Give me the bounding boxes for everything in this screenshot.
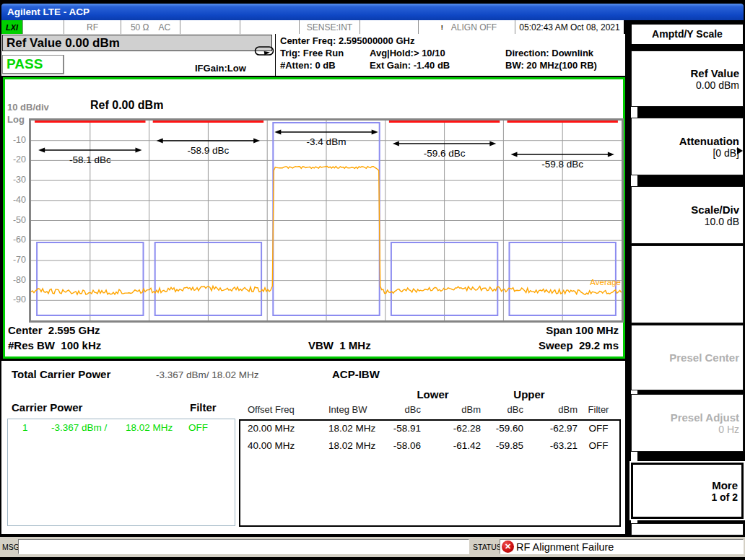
y-axis-tick: -10 [5,135,26,145]
message-field [18,539,469,554]
upper-group-header: Upper [481,388,578,401]
col-integ-bw: Integ BW [321,404,385,419]
y-axis-tick: -80 [5,275,26,285]
clock-display: 05:02:43 AM Oct 08, 2021 [515,20,624,34]
y-axis-tick: -90 [5,294,26,305]
lower-group-header: Lower [385,388,481,401]
softkey-menu: Amptd/Y Scale Ref Value 0.00 dBm Attenua… [625,20,745,537]
offset-table-area: Lower Upper Offset Freq Integ BW dBc dBm… [239,388,621,527]
col-offset-freq: Offset Freq [240,404,321,419]
results-panel: Total Carrier Power -3.367 dBm/ 18.02 MH… [1,361,625,534]
log-scale-label: Log [7,114,25,125]
align-indicator: ALIGN OFF [451,22,497,32]
status-cell-empty [360,20,419,34]
y-axis-tick: -40 [5,195,26,205]
carrier-power-value: -3.4 dBm [307,136,347,147]
acp-ibw-label: ACP-IBW [332,368,380,380]
status-message: RF Alignment Failure [516,541,614,553]
y-axis-tick: -20 [5,154,26,165]
center-freq-readout: Center Freq: 2.595000000 GHz [280,35,414,46]
submenu-arrow-icon [737,147,743,154]
offset-row-20mhz: 20.00 MHz 18.02 MHz -58.91 -62.28 -59.60… [240,421,619,438]
scale-per-div-label: 10 dB/div [7,102,49,113]
res-bw-annotation: #Res BW 100 kHz [8,339,101,351]
acp-upper1-value: -59.6 dBc [424,148,466,159]
center-freq-annotation: Center 2.595 GHz [8,324,100,336]
softkey-scale-div[interactable]: Scale/Div 10.0 dB [631,186,744,244]
spectrum-display: 10 dB/div Ref 0.00 dBm Log Average -58.1… [3,77,625,359]
analyzer-screen: Agilent LTE - ACP LXI RF 50 Ω AC SENSE:I… [0,0,745,560]
acp-upper2-value: -59.8 dBc [541,159,583,170]
avg-hold-readout: Avg|Hold:> 10/10 [370,48,445,58]
graticule: Average [29,118,624,323]
error-x-icon: ✕ [502,541,514,553]
carrier-power-table-title: Carrier Power [12,401,82,414]
softkey-blank [631,523,744,535]
trace-plot [31,121,622,320]
carrier-bw: 18.02 MHz [126,422,173,433]
status-field: ✕ RF Alignment Failure [500,539,744,554]
status-cell-empty [180,20,240,34]
col-lower-dbc: dBc [385,404,421,419]
total-carrier-power-value: -3.367 dBm/ 18.02 MHz [156,369,259,380]
softkey-attenuation[interactable]: Attenuation [0 dB] [631,118,744,175]
softkey-more[interactable]: More 1 of 2 [631,463,744,519]
pass-fail-badge: PASS [2,55,64,74]
carrier-power-table: 1 -3.367 dBm / 18.02 MHz OFF [7,419,235,526]
offset-results-table: 20.00 MHz 18.02 MHz -58.91 -62.28 -59.60… [239,419,621,527]
carrier-index: 1 [22,422,28,433]
offset-row-40mhz: 40.00 MHz 18.02 MHz -58.06 -61.42 -59.85… [240,438,619,455]
acp-lower2-value: -58.1 dBc [69,154,111,165]
sense-indicator: SENSE:INT [300,20,360,34]
align-off-cell: ! ALIGN OFF [419,20,515,34]
softkey-presel-adjust: Presel Adjust 0 Hz [631,394,744,452]
trace-name-label: Average [590,278,621,286]
bw-readout: BW: 20 MHz(100 RB) [505,60,597,71]
col-filter: Filter [578,404,619,419]
instrument-status-strip: LXI RF 50 Ω AC SENSE:INT ! ALIGN OFF 05:… [1,20,624,34]
carrier-filter-header: Filter [190,401,217,414]
lxi-indicator: LXI [1,20,23,34]
status-bar: MSG STATUS ✕ RF Alignment Failure [0,537,745,557]
impedance-indicator: 50 Ω [131,22,149,32]
total-carrier-power-label: Total Carrier Power [12,368,110,380]
trigger-readout: Trig: Free Run [280,48,344,58]
softkey-ref-value[interactable]: Ref Value 0.00 dBm [631,51,744,107]
col-upper-dbc: dBc [481,404,523,419]
y-axis-tick: -30 [5,175,26,185]
header-divider [275,34,276,76]
msg-label: MSG [2,543,19,551]
y-axis-tick: -70 [5,255,26,265]
acp-lower1-value: -58.9 dBc [187,145,229,156]
ref-level-label: Ref 0.00 dBm [90,99,163,112]
offset-group-headers: Lower Upper [239,388,621,404]
status-cell-empty [23,20,64,34]
softkey-presel-center: Presel Center [631,325,744,390]
atten-readout: #Atten: 0 dB [280,60,336,71]
col-upper-dbm: dBm [523,404,578,419]
input-coupling-cell: 50 Ω AC [121,20,180,34]
alert-triangle-icon: ! [437,22,448,32]
col-lower-dbm: dBm [421,404,481,419]
offset-column-headers: Offset Freq Integ BW dBc dBm dBc dBm Fil… [240,404,621,419]
y-axis-tick: -60 [5,235,26,245]
menu-title: Amptd/Y Scale [631,24,744,45]
ext-gain-readout: Ext Gain: -1.40 dB [370,60,450,71]
continuous-sweep-icon [254,45,274,61]
active-function-readout: Ref Value 0.00 dBm [2,35,272,51]
softkey-blank [631,245,744,323]
y-axis-tick: -50 [5,215,26,225]
status-label: STATUS [473,543,502,551]
direction-readout: Direction: Downlink [505,48,593,58]
span-annotation: Span 100 MHz [546,324,619,336]
status-cell-empty [240,20,300,34]
carrier-filter: OFF [188,422,208,433]
vbw-annotation: VBW 1 MHz [308,339,371,351]
carrier-power: -3.367 dBm / [51,422,107,433]
rf-indicator: RF [64,20,121,34]
window-title-bar[interactable]: Agilent LTE - ACP [1,4,744,20]
coupling-indicator: AC [158,22,170,32]
ifgain-readout: IFGain:Low [195,63,246,74]
sweep-annotation: Sweep 29.2 ms [539,339,619,351]
window-title: Agilent LTE - ACP [7,6,90,17]
